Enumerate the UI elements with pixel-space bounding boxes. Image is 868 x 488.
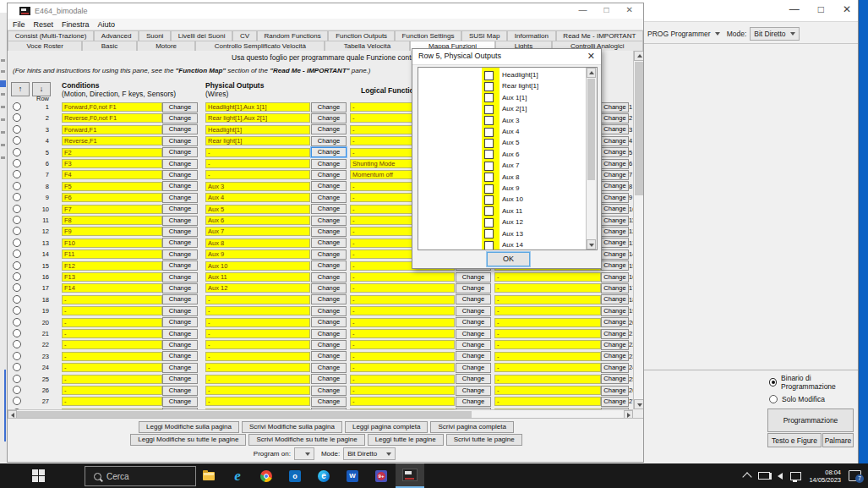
battery-icon[interactable] bbox=[758, 472, 770, 480]
change-extra-button[interactable]: Change bbox=[601, 147, 629, 157]
bg-close-button[interactable]: ✕ bbox=[843, 3, 851, 15]
change-conditions-button[interactable]: Change bbox=[162, 193, 198, 203]
menu-aiuto[interactable]: Aiuto bbox=[98, 20, 116, 29]
row-select-radio[interactable] bbox=[13, 216, 21, 224]
checkbox-icon[interactable] bbox=[484, 195, 494, 205]
change-conditions-button[interactable]: Change bbox=[162, 272, 198, 282]
change-physical-outputs-button[interactable]: Change bbox=[311, 283, 347, 293]
row-select-radio[interactable] bbox=[13, 125, 21, 134]
notification-icon[interactable]: 7 bbox=[849, 470, 861, 481]
programming-track-radio[interactable]: Binario di Programmazione bbox=[769, 374, 858, 391]
change-conditions-button[interactable]: Change bbox=[162, 181, 198, 191]
btn-leggi-modifiche-sulla-pagina[interactable]: Leggi Modifiche sulla pagina bbox=[139, 421, 239, 433]
menu-reset[interactable]: Reset bbox=[34, 20, 54, 29]
bg-maximize-button[interactable]: □ bbox=[818, 3, 824, 15]
btn-scrivi-tutte-le-pagine[interactable]: Scrivi tutte le pagine bbox=[446, 434, 522, 446]
row-select-radio[interactable] bbox=[13, 249, 21, 258]
change-extra-button[interactable]: Change bbox=[601, 249, 629, 260]
checkbox-icon[interactable] bbox=[484, 93, 494, 102]
change-physical-outputs-button[interactable]: Change bbox=[311, 340, 347, 350]
change-physical-outputs-button[interactable]: Change bbox=[311, 272, 347, 282]
change-physical-outputs-button[interactable]: Change bbox=[311, 147, 347, 157]
change-conditions-button[interactable]: Change bbox=[162, 374, 198, 384]
change-conditions-button[interactable]: Change bbox=[162, 260, 198, 271]
change-physical-outputs-button[interactable]: Change bbox=[311, 260, 347, 271]
change-extra-button[interactable]: Change bbox=[601, 170, 629, 180]
dialog-scrollbar[interactable] bbox=[586, 68, 597, 249]
scroll-down-icon[interactable] bbox=[587, 239, 596, 249]
change-physical-outputs-button[interactable]: Change bbox=[311, 193, 347, 203]
dialog-close-icon[interactable]: ✕ bbox=[587, 51, 595, 62]
change-extra-button[interactable]: Change bbox=[601, 317, 629, 327]
checkbox-icon[interactable] bbox=[484, 116, 494, 125]
change-conditions-button[interactable]: Change bbox=[162, 102, 198, 112]
btn-scrivi-modifiche-sulla-pagina[interactable]: Scrivi Modifiche sulla pagina bbox=[242, 421, 342, 433]
scrollbar-thumb[interactable] bbox=[587, 79, 595, 180]
change-conditions-button[interactable]: Change bbox=[162, 238, 198, 248]
btn-scrivi-pagina-completa[interactable]: Scrivi pagina completa bbox=[430, 421, 513, 433]
change-extra-button[interactable]: Change bbox=[601, 397, 629, 407]
change-conditions-button[interactable]: Change bbox=[162, 136, 198, 146]
change-conditions-button[interactable]: Change bbox=[162, 294, 198, 304]
speaker-icon[interactable] bbox=[778, 473, 783, 480]
change-conditions-button[interactable]: Change bbox=[162, 329, 198, 339]
bg-minimize-button[interactable]: — bbox=[789, 3, 800, 15]
scroll-down-icon[interactable] bbox=[634, 399, 644, 409]
checkbox-icon[interactable] bbox=[484, 128, 494, 137]
row-select-radio[interactable] bbox=[13, 239, 21, 247]
menu-file[interactable]: File bbox=[13, 20, 25, 29]
change-conditions-button[interactable]: Change bbox=[162, 216, 198, 226]
row-select-radio[interactable] bbox=[13, 375, 21, 383]
word-taskbar-button[interactable]: W bbox=[338, 463, 367, 488]
program-on-select[interactable] bbox=[294, 447, 314, 460]
change-extra-button[interactable]: Change bbox=[601, 193, 629, 203]
search-input[interactable]: Cerca bbox=[85, 466, 196, 486]
chrome-taskbar-button[interactable] bbox=[252, 463, 281, 488]
programmer-select[interactable]: PROG Programmer bbox=[644, 28, 723, 40]
row-select-radio[interactable] bbox=[13, 193, 21, 201]
change-extra-button[interactable]: Change bbox=[601, 294, 629, 304]
change-logical-functions-button[interactable]: Change bbox=[456, 306, 491, 316]
change-physical-outputs-button[interactable]: Change bbox=[311, 170, 347, 180]
change-extra-button[interactable]: Change bbox=[601, 113, 629, 123]
minimize-button[interactable]: — bbox=[579, 5, 587, 14]
checkbox-icon[interactable] bbox=[484, 229, 494, 239]
outlook-taskbar-button[interactable]: o bbox=[281, 463, 309, 488]
jmri-taskbar-button[interactable] bbox=[396, 463, 424, 488]
btn-leggi-modifiche-su-tutte-le-pagine[interactable]: Leggi Modifiche su tutte le pagine bbox=[130, 434, 246, 446]
row-select-radio[interactable] bbox=[13, 182, 21, 190]
change-conditions-button[interactable]: Change bbox=[162, 170, 198, 180]
change-extra-button[interactable]: Change bbox=[601, 386, 629, 396]
menu-finestra[interactable]: Finestra bbox=[62, 20, 90, 29]
row-select-radio[interactable] bbox=[13, 170, 21, 178]
tab-susi-map[interactable]: SUSI Map bbox=[461, 30, 507, 41]
tab-random-functions[interactable]: Random Functions bbox=[257, 30, 329, 41]
scroll-up-icon[interactable] bbox=[587, 68, 596, 78]
bg-mode-select[interactable]: Bit Diretto bbox=[750, 27, 799, 41]
change-conditions-button[interactable]: Change bbox=[162, 204, 198, 214]
row-select-radio[interactable] bbox=[13, 272, 21, 281]
move-row-up-button[interactable]: ↑ bbox=[11, 82, 30, 96]
change-extra-button[interactable]: Change bbox=[601, 159, 629, 169]
checkbox-icon[interactable] bbox=[484, 82, 494, 91]
edit-only-radio[interactable]: Solo Modifica bbox=[769, 395, 825, 403]
change-extra-button[interactable]: Change bbox=[601, 283, 629, 293]
change-physical-outputs-button[interactable]: Change bbox=[311, 329, 347, 339]
change-physical-outputs-button[interactable]: Change bbox=[311, 102, 347, 112]
change-extra-button[interactable]: Change bbox=[601, 238, 629, 248]
ok-button[interactable]: OK bbox=[487, 252, 530, 266]
network-icon[interactable] bbox=[790, 472, 801, 480]
vertical-scrollbar[interactable] bbox=[633, 51, 644, 409]
change-physical-outputs-button[interactable]: Change bbox=[311, 317, 347, 327]
change-extra-button[interactable]: Change bbox=[601, 204, 629, 214]
change-conditions-button[interactable]: Change bbox=[162, 283, 198, 293]
change-extra-button[interactable]: Change bbox=[601, 181, 629, 191]
internet-explorer-taskbar-button[interactable]: e bbox=[223, 463, 252, 488]
change-physical-outputs-button[interactable]: Change bbox=[311, 386, 347, 396]
checkbox-icon[interactable] bbox=[484, 71, 494, 80]
scroll-right-icon[interactable] bbox=[624, 410, 633, 419]
change-extra-button[interactable]: Change bbox=[601, 363, 629, 373]
row-select-radio[interactable] bbox=[13, 397, 21, 405]
change-conditions-button[interactable]: Change bbox=[162, 363, 198, 373]
row-select-radio[interactable] bbox=[13, 283, 21, 292]
